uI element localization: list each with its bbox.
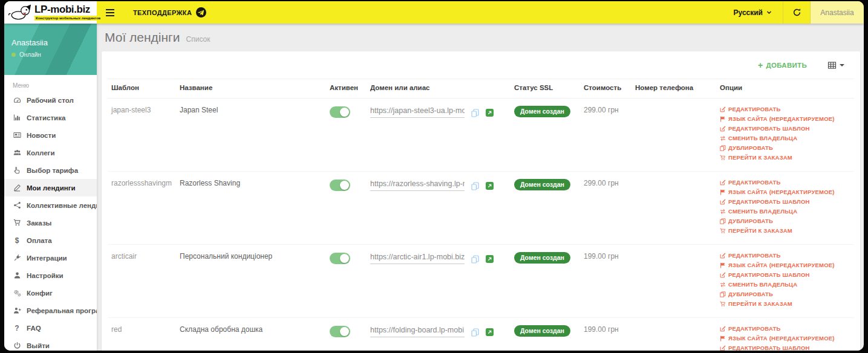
copy-domain-icon[interactable]: [471, 182, 479, 190]
sidebar-item-news[interactable]: Новости: [4, 126, 97, 144]
col-header-phone: Номер телефона: [631, 79, 716, 99]
sidebar-item-config[interactable]: Конфиг: [4, 284, 97, 302]
language-flag-icon: [720, 189, 726, 195]
option-link-язык-сайта-нередактируемое-[interactable]: ЯЗЫК САЙТА (НЕРЕДАКТИРУЕМОЕ): [720, 189, 850, 195]
open-site-icon[interactable]: [486, 109, 494, 117]
profile-name: Anastasiia: [11, 38, 90, 47]
option-label: РЕДАКТИРОВАТЬ ШАБЛОН: [728, 345, 810, 351]
hamburger-menu-icon[interactable]: [97, 1, 123, 24]
exchange-icon: [720, 282, 726, 288]
copy-domain-icon[interactable]: [471, 328, 479, 337]
option-link-редактировать[interactable]: РЕДАКТИРОВАТЬ: [720, 106, 850, 112]
active-toggle[interactable]: [330, 180, 350, 191]
domain-input[interactable]: [370, 179, 465, 191]
language-selector[interactable]: Русский: [723, 1, 783, 24]
option-link-редактировать-шаблон[interactable]: РЕДАКТИРОВАТЬ ШАБЛОН: [720, 198, 850, 205]
language-flag-icon: [720, 116, 726, 122]
cart-icon: [720, 228, 726, 234]
option-link-сменить-владельца[interactable]: СМЕНИТЬ ВЛАДЕЛЬЦА: [720, 135, 850, 141]
option-link-редактировать-шаблон[interactable]: РЕДАКТИРОВАТЬ ШАБЛОН: [720, 125, 850, 132]
sidebar-item-referral[interactable]: Реферальная программа: [4, 302, 97, 319]
domain-input[interactable]: [370, 325, 465, 337]
option-link-сменить-владельца[interactable]: СМЕНИТЬ ВЛАДЕЛЬЦА: [720, 281, 850, 288]
sidebar-item-label: Интеграции: [27, 254, 67, 262]
sidebar-item-stats[interactable]: Статистика: [4, 109, 97, 126]
power-icon: [13, 342, 21, 350]
option-label: РЕДАКТИРОВАТЬ: [728, 179, 781, 186]
cell-active: [326, 99, 367, 172]
cell-phone: [631, 99, 716, 172]
add-landing-button[interactable]: + ДОБАВИТЬ: [754, 60, 811, 70]
breadcrumb: Мої лендінги Список: [105, 30, 860, 45]
sidebar-item-payment[interactable]: $Оплата: [4, 232, 97, 249]
option-link-редактировать-шаблон[interactable]: РЕДАКТИРОВАТЬ ШАБЛОН: [720, 345, 850, 351]
logo-dog-icon: [8, 4, 31, 21]
ssl-status-badge: Домен создан: [514, 252, 570, 264]
cell-domain: [367, 99, 511, 172]
option-link-язык-сайта-нередактируемое-[interactable]: ЯЗЫК САЙТА (НЕРЕДАКТИРУЕМОЕ): [720, 335, 850, 342]
sidebar-item-colleagues[interactable]: Коллеги: [4, 144, 97, 161]
cell-phone: [631, 172, 716, 245]
option-label: ЯЗЫК САЙТА (НЕРЕДАКТИРУЕМОЕ): [728, 115, 835, 122]
open-site-icon[interactable]: [486, 182, 494, 190]
option-label: ПЕРЕЙТИ К ЗАКАЗАМ: [728, 300, 792, 307]
sidebar-item-label: Настройки: [27, 272, 64, 279]
user-menu[interactable]: Anastasiia: [811, 1, 864, 24]
option-link-язык-сайта-нередактируемое-[interactable]: ЯЗЫК САЙТА (НЕРЕДАКТИРУЕМОЕ): [720, 262, 850, 268]
open-site-icon[interactable]: [486, 328, 494, 336]
option-link-редактировать[interactable]: РЕДАКТИРОВАТЬ: [720, 252, 850, 259]
option-link-сменить-владельца[interactable]: СМЕНИТЬ ВЛАДЕЛЬЦА: [720, 208, 850, 215]
copy-domain-icon[interactable]: [471, 109, 479, 117]
card-toolbar: + ДОБАВИТЬ: [108, 51, 854, 79]
sidebar-item-integrations[interactable]: Интеграции: [4, 249, 97, 267]
sidebar-item-label: Выйти: [27, 342, 50, 349]
option-link-перейти-к-заказам[interactable]: ПЕРЕЙТИ К ЗАКАЗАМ: [720, 154, 850, 161]
sidebar-item-faq[interactable]: ?FAQ: [4, 319, 97, 337]
sidebar-item-orders[interactable]: Заказы: [4, 214, 97, 232]
active-toggle[interactable]: [330, 106, 350, 118]
table-view-dropdown[interactable]: [824, 60, 848, 70]
domain-input[interactable]: [370, 252, 465, 264]
online-status-dot: [11, 53, 16, 57]
col-header-ssl: Статус SSL: [511, 79, 580, 99]
exchange-icon: [720, 209, 726, 215]
logo[interactable]: LP-mobi.biz Конструктор мобильных лендин…: [4, 1, 97, 24]
sidebar-item-label: Коллеги: [27, 149, 54, 157]
open-site-icon[interactable]: [486, 255, 494, 263]
active-toggle[interactable]: [330, 253, 350, 264]
menu-section-label: Меню: [4, 75, 97, 91]
table-grid-icon: [827, 61, 837, 70]
sidebar-item-collective-landings[interactable]: Коллективные лендинги: [4, 196, 97, 214]
caret-down-icon: [840, 64, 844, 66]
cell-name: Персональний кондиціонер: [176, 245, 326, 318]
option-link-перейти-к-заказам[interactable]: ПЕРЕЙТИ К ЗАКАЗАМ: [720, 300, 850, 307]
copy-domain-icon[interactable]: [471, 255, 479, 264]
sidebar-item-settings[interactable]: Настройки: [4, 267, 97, 284]
option-link-дублировать[interactable]: ДУБЛИРОВАТЬ: [720, 218, 850, 224]
sidebar-item-dashboard[interactable]: Рабочий стол: [4, 91, 97, 109]
option-link-перейти-к-заказам[interactable]: ПЕРЕЙТИ К ЗАКАЗАМ: [720, 227, 850, 234]
option-link-дублировать[interactable]: ДУБЛИРОВАТЬ: [720, 144, 850, 151]
sidebar-item-my-landings[interactable]: Мои лендинги: [4, 179, 97, 196]
refresh-button[interactable]: [783, 1, 810, 24]
cell-name: Складна обробна дошка: [176, 318, 326, 351]
cell-template: razorlessshavingm: [108, 172, 176, 245]
option-link-редактировать[interactable]: РЕДАКТИРОВАТЬ: [720, 179, 850, 186]
cell-options: РЕДАКТИРОВАТЬЯЗЫК САЙТА (НЕРЕДАКТИРУЕМОЕ…: [716, 245, 854, 318]
option-label: СМЕНИТЬ ВЛАДЕЛЬЦА: [728, 281, 797, 288]
cell-options: РЕДАКТИРОВАТЬЯЗЫК САЙТА (НЕРЕДАКТИРУЕМОЕ…: [716, 99, 854, 172]
active-toggle[interactable]: [330, 326, 350, 337]
option-link-язык-сайта-нередактируемое-[interactable]: ЯЗЫК САЙТА (НЕРЕДАКТИРУЕМОЕ): [720, 115, 850, 122]
sidebar-item-tariff[interactable]: Выбор тарифа: [4, 161, 97, 179]
tech-support-button[interactable]: ТЕХПОДДЕРЖКА: [123, 1, 216, 24]
cart-icon: [13, 219, 21, 227]
option-link-редактировать-шаблон[interactable]: РЕДАКТИРОВАТЬ ШАБЛОН: [720, 271, 850, 278]
sidebar-item-logout[interactable]: Выйти: [4, 337, 97, 351]
edit-icon: [720, 180, 726, 186]
domain-input[interactable]: [370, 106, 465, 118]
edit-icon: [720, 199, 726, 205]
option-link-редактировать[interactable]: РЕДАКТИРОВАТЬ: [720, 325, 850, 332]
ssl-status-badge: Домен создан: [514, 325, 570, 337]
col-header-name: Название: [176, 79, 326, 99]
option-link-дублировать[interactable]: ДУБЛИРОВАТЬ: [720, 291, 850, 297]
